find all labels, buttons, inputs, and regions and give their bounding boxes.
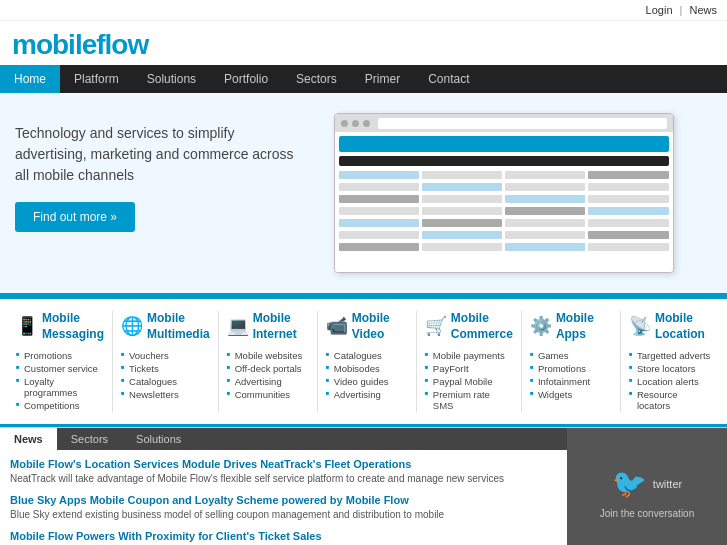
bc-cell-25	[339, 243, 419, 251]
bc-cell-28	[588, 243, 668, 251]
bc-cell-22	[422, 231, 502, 239]
bc-row-5	[339, 219, 669, 227]
browser-bar	[335, 114, 673, 132]
feature-title-text-6: Mobile Location	[655, 311, 711, 342]
feature-title-1: 🌐Mobile Multimedia	[121, 311, 210, 343]
hero-image	[295, 113, 712, 273]
bc-row-7	[339, 243, 669, 251]
feature-icon-0: 📱	[16, 315, 38, 338]
feature-list-2: Mobile websitesOff-deck portalsAdvertisi…	[227, 349, 309, 401]
nav-item-solutions[interactable]: Solutions	[133, 65, 210, 93]
news-tab-news[interactable]: News	[0, 428, 57, 450]
bc-cell-10	[422, 195, 502, 203]
feature-list-item: Resource locators	[629, 388, 711, 412]
bc-cell-4	[588, 171, 668, 179]
login-link[interactable]: Login	[646, 4, 673, 16]
feature-col-3: 📹Mobile VideoCataloguesMobisodesVideo gu…	[318, 311, 417, 412]
bc-cell-27	[505, 243, 585, 251]
news-title-1[interactable]: Blue Sky Apps Mobile Coupon and Loyalty …	[10, 494, 557, 506]
feature-title-text-4: Mobile Commerce	[451, 311, 513, 342]
header: mobileflow	[0, 21, 727, 65]
feature-title-0: 📱Mobile Messaging	[16, 311, 104, 343]
feature-list-item: Mobile payments	[425, 349, 513, 362]
feature-list-item: Paypal Mobile	[425, 375, 513, 388]
news-tab-solutions[interactable]: Solutions	[122, 428, 195, 450]
feature-list-item: Mobile websites	[227, 349, 309, 362]
nav-item-portfolio[interactable]: Portfolio	[210, 65, 282, 93]
news-title-2[interactable]: Mobile Flow Powers With Proximity for Cl…	[10, 530, 557, 542]
bc-cell-21	[339, 231, 419, 239]
feature-title-text-2: Mobile Internet	[253, 311, 309, 342]
bc-header	[339, 136, 669, 152]
bc-cell-16	[588, 207, 668, 215]
feature-list-item: Catalogues	[326, 349, 408, 362]
feature-list-item: Communities	[227, 388, 309, 401]
bc-cell-19	[505, 219, 585, 227]
feature-title-6: 📡Mobile Location	[629, 311, 711, 343]
find-out-more-button[interactable]: Find out more »	[15, 202, 135, 232]
hero-section: Technology and services to simplify adve…	[0, 93, 727, 296]
feature-list-4: Mobile paymentsPayForItPaypal MobilePrem…	[425, 349, 513, 412]
logo-part1: mobile	[12, 29, 96, 60]
feature-col-1: 🌐Mobile MultimediaVouchersTicketsCatalog…	[113, 311, 219, 412]
bc-cell-7	[505, 183, 585, 191]
nav-item-home[interactable]: Home	[0, 65, 60, 93]
nav-item-sectors[interactable]: Sectors	[282, 65, 351, 93]
feature-list-item: Mobisodes	[326, 362, 408, 375]
feature-list-1: VouchersTicketsCataloguesNewsletters	[121, 349, 210, 401]
feature-list-item: Advertising	[227, 375, 309, 388]
feature-list-item: Newsletters	[121, 388, 210, 401]
nav-item-primer[interactable]: Primer	[351, 65, 414, 93]
news-item-2: Mobile Flow Powers With Proximity for Cl…	[10, 530, 557, 542]
bc-cell-11	[505, 195, 585, 203]
feature-title-text-3: Mobile Video	[352, 311, 408, 342]
bc-row-2	[339, 183, 669, 191]
news-item-0: Mobile Flow's Location Services Module D…	[10, 458, 557, 486]
nav-item-platform[interactable]: Platform	[60, 65, 133, 93]
feature-list-item: Off-deck portals	[227, 362, 309, 375]
news-tab-sectors[interactable]: Sectors	[57, 428, 122, 450]
twitter-bird: 🐦 twitter	[612, 467, 682, 500]
feature-title-3: 📹Mobile Video	[326, 311, 408, 343]
browser-dot-3	[363, 120, 370, 127]
separator: |	[680, 4, 683, 16]
twitter-box: 🐦 twitter Join the conversation	[567, 428, 727, 545]
bc-cell-3	[505, 171, 585, 179]
browser-dot-2	[352, 120, 359, 127]
bc-cell-6	[422, 183, 502, 191]
feature-list-item: Store locators	[629, 362, 711, 375]
bc-cell-9	[339, 195, 419, 203]
logo: mobileflow	[12, 29, 148, 61]
feature-col-0: 📱Mobile MessagingPromotionsCustomer serv…	[8, 311, 113, 412]
news-link[interactable]: News	[689, 4, 717, 16]
bc-cell-12	[588, 195, 668, 203]
news-section: NewsSectorsSolutions Mobile Flow's Locat…	[0, 428, 567, 545]
news-content: Mobile Flow's Location Services Module D…	[0, 450, 567, 545]
feature-title-text-1: Mobile Multimedia	[147, 311, 210, 342]
feature-title-4: 🛒Mobile Commerce	[425, 311, 513, 343]
bc-nav	[339, 156, 669, 166]
bc-cell-15	[505, 207, 585, 215]
feature-icon-2: 💻	[227, 315, 249, 338]
nav-item-contact[interactable]: Contact	[414, 65, 483, 93]
feature-list-item: Customer service	[16, 362, 104, 375]
feature-title-text-5: Mobile Apps	[556, 311, 612, 342]
logo-part2: flow	[96, 29, 148, 60]
bc-cell-14	[422, 207, 502, 215]
bc-cell-26	[422, 243, 502, 251]
bc-row-6	[339, 231, 669, 239]
bc-cell-17	[339, 219, 419, 227]
bc-cell-13	[339, 207, 419, 215]
feature-list-item: Vouchers	[121, 349, 210, 362]
twitter-label: twitter	[653, 478, 682, 490]
feature-icon-5: ⚙️	[530, 315, 552, 338]
feature-list-6: Targetted advertsStore locatorsLocation …	[629, 349, 711, 412]
feature-list-3: CataloguesMobisodesVideo guidesAdvertisi…	[326, 349, 408, 401]
news-title-0[interactable]: Mobile Flow's Location Services Module D…	[10, 458, 557, 470]
feature-list-item: Games	[530, 349, 612, 362]
feature-list-item: PayForIt	[425, 362, 513, 375]
bottom-section: NewsSectorsSolutions Mobile Flow's Locat…	[0, 427, 727, 545]
bc-row-4	[339, 207, 669, 215]
browser-url-bar	[378, 118, 667, 129]
bc-cell-2	[422, 171, 502, 179]
